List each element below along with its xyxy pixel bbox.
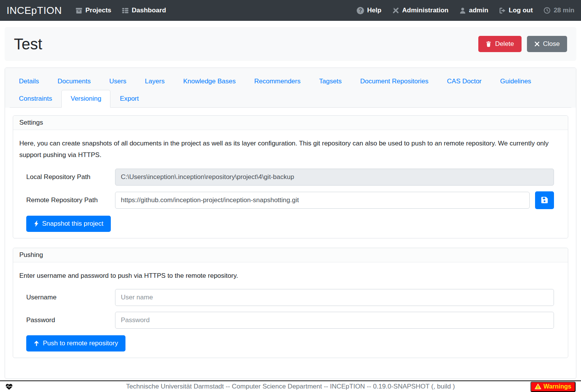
app-logo[interactable]: INCEpTION [7,5,62,17]
nav-administration[interactable]: Administration [392,7,449,14]
nav-projects[interactable]: Projects [76,7,111,14]
archive-icon [76,7,82,14]
remote-repo-row: Remote Repository Path [26,191,554,209]
snapshot-project-label: Snapshot this project [42,220,103,228]
tab-bar: Details Documents Users Layers Knowledge… [10,73,571,108]
local-repo-row: Local Repository Path [26,169,554,186]
username-input[interactable] [115,289,554,306]
nav-help[interactable]: ? Help [357,7,381,14]
settings-panel: Settings Here, you can create snapshots … [13,115,568,238]
nav-user[interactable]: admin [459,7,488,14]
heartbeat-icon [5,384,13,390]
nav-logout-label: Log out [509,7,533,14]
footer: Technische Universität Darmstadt -- Comp… [0,380,581,392]
remote-repo-input[interactable] [115,192,530,209]
delete-button[interactable]: Delete [478,36,521,52]
project-settings-card: Details Documents Users Layers Knowledge… [5,68,576,379]
tab-header: Details Documents Users Layers Knowledge… [5,68,576,108]
tab-users[interactable]: Users [100,73,136,90]
pushing-panel: Pushing Enter username and password to p… [13,248,568,358]
tab-cas-doctor[interactable]: CAS Doctor [438,73,491,90]
bolt-icon [34,220,39,227]
warnings-label: Warnings [544,383,571,390]
password-row: Password [26,312,554,329]
save-remote-repo-button[interactable] [535,191,554,209]
tab-details[interactable]: Details [10,73,48,90]
nav-logout[interactable]: Log out [499,7,533,14]
warning-triangle-icon [535,384,541,389]
settings-panel-title: Settings [13,116,568,130]
title-actions: Delete Close [478,36,567,52]
nav-administration-label: Administration [402,7,449,14]
tab-knowledge-bases[interactable]: Knowledge Bases [174,73,245,90]
top-navbar: INCEpTION Projects Dashboard ? Help Admi… [0,0,581,21]
push-remote-button[interactable]: Push to remote repository [26,335,125,351]
close-button-label: Close [543,40,560,48]
tab-layers[interactable]: Layers [136,73,174,90]
warnings-button[interactable]: Warnings [530,382,576,392]
arrow-up-icon [34,340,39,346]
tab-export[interactable]: Export [110,90,148,108]
tab-documents[interactable]: Documents [48,73,100,90]
local-repo-label: Local Repository Path [26,173,115,181]
password-input[interactable] [115,312,554,329]
page-title: Test [14,35,42,53]
password-label: Password [26,316,115,324]
trash-icon [486,41,491,47]
tab-document-repositories[interactable]: Document Repositories [351,73,438,90]
delete-button-label: Delete [495,40,514,48]
settings-panel-body: Here, you can create snapshots of all do… [13,130,568,238]
local-repo-input[interactable] [115,169,554,186]
dashboard-list-icon [122,7,129,14]
pushing-description: Enter username and password to push via … [19,270,560,282]
nav-help-label: Help [367,7,381,14]
save-floppy-icon [541,196,548,204]
nav-dashboard[interactable]: Dashboard [122,7,166,14]
push-remote-label: Push to remote repository [43,339,118,348]
tab-versioning[interactable]: Versioning [61,90,110,108]
tab-guidelines[interactable]: Guidelines [491,73,540,90]
project-title-bar: Test Delete Close [5,27,576,61]
tab-constraints[interactable]: Constraints [10,90,61,108]
nav-dashboard-label: Dashboard [132,7,166,14]
tools-icon [392,7,399,14]
question-circle-icon: ? [357,7,364,14]
versioning-tab-content: Settings Here, you can create snapshots … [5,108,576,378]
pushing-panel-body: Enter username and password to push via … [13,262,568,358]
clock-icon [544,7,551,14]
snapshot-project-button[interactable]: Snapshot this project [26,216,111,232]
navbar-left: Projects Dashboard [76,7,166,14]
logout-icon [499,7,506,14]
remote-repo-label: Remote Repository Path [26,196,115,204]
close-icon [534,41,540,47]
session-timer-value: 28 min [554,7,574,14]
nav-projects-label: Projects [85,7,111,14]
username-label: Username [26,294,115,301]
session-timer: 28 min [544,7,574,14]
settings-description: Here, you can create snapshots of all do… [19,138,560,161]
footer-text: Technische Universität Darmstadt -- Comp… [0,383,581,390]
close-button[interactable]: Close [527,36,567,52]
username-row: Username [26,289,554,306]
tab-tagsets[interactable]: Tagsets [310,73,351,90]
pushing-panel-title: Pushing [13,248,568,262]
nav-user-label: admin [469,7,488,14]
tab-recommenders[interactable]: Recommenders [245,73,310,90]
navbar-right: ? Help Administration admin Log out 28 [357,7,574,14]
user-icon [459,7,466,14]
